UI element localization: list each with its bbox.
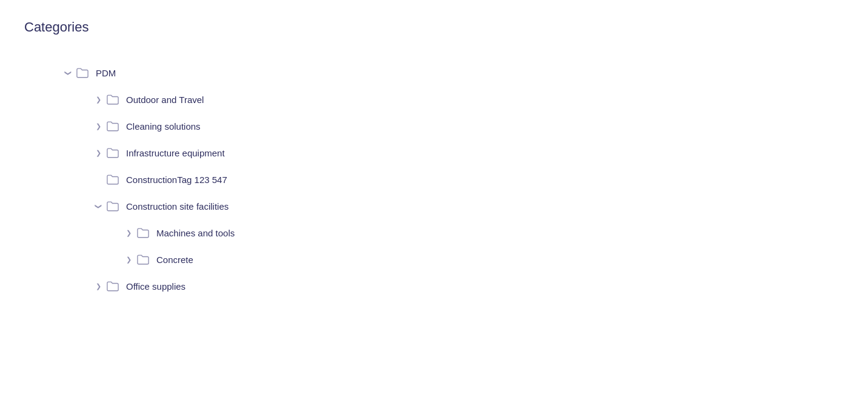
tree-row-constructiontag[interactable]: ConstructionTag 123 547 [24, 166, 844, 193]
tree-row-concrete[interactable]: Concrete [24, 246, 844, 273]
label-pdm: PDM [96, 68, 116, 78]
folder-icon-concrete [136, 252, 150, 267]
tree-row-construction[interactable]: Construction site facilities [24, 193, 844, 219]
tree-item-pdm: PDM Outdoor and Travel [24, 59, 844, 299]
folder-icon-cleaning [105, 119, 120, 133]
label-cleaning: Cleaning solutions [126, 121, 201, 132]
tree-row-cleaning[interactable]: Cleaning solutions [24, 113, 844, 139]
chevron-pdm [61, 65, 75, 80]
chevron-placeholder-constructiontag [91, 172, 105, 187]
folder-icon-infrastructure [105, 145, 120, 160]
chevron-cleaning [91, 119, 105, 133]
label-concrete: Concrete [156, 255, 193, 265]
tree-item-cleaning: Cleaning solutions [24, 113, 844, 139]
tree-row-infrastructure[interactable]: Infrastructure equipment [24, 139, 844, 166]
folder-icon-office [105, 279, 120, 293]
tree-item-construction: Construction site facilities [24, 193, 844, 273]
chevron-concrete [121, 252, 136, 267]
tree-item-machines: Machines and tools [24, 219, 844, 246]
tree-item-concrete: Concrete [24, 246, 844, 273]
page-title: Categories [24, 19, 844, 35]
page-container: Categories PDM [0, 0, 868, 319]
chevron-infrastructure [91, 145, 105, 160]
tree-item-infrastructure: Infrastructure equipment [24, 139, 844, 166]
tree-row-outdoor[interactable]: Outdoor and Travel [24, 86, 844, 113]
folder-icon-outdoor [105, 92, 120, 107]
folder-icon-constructiontag [105, 172, 120, 187]
chevron-outdoor [91, 92, 105, 107]
label-constructiontag: ConstructionTag 123 547 [126, 175, 227, 185]
tree-row-machines[interactable]: Machines and tools [24, 219, 844, 246]
folder-icon-pdm [75, 65, 90, 80]
folder-icon-construction [105, 199, 120, 213]
label-construction: Construction site facilities [126, 201, 229, 212]
tree-item-constructiontag: ConstructionTag 123 547 [24, 166, 844, 193]
tree-row-office[interactable]: Office supplies [24, 273, 844, 299]
tree-item-outdoor: Outdoor and Travel [24, 86, 844, 113]
chevron-construction [91, 199, 105, 213]
label-office: Office supplies [126, 281, 185, 292]
children-pdm: Outdoor and Travel Cleaning solutions [24, 86, 844, 299]
folder-icon-machines [136, 225, 150, 240]
label-machines: Machines and tools [156, 228, 235, 238]
label-outdoor: Outdoor and Travel [126, 95, 204, 105]
tree-item-office: Office supplies [24, 273, 844, 299]
chevron-machines [121, 225, 136, 240]
chevron-office [91, 279, 105, 293]
category-tree: PDM Outdoor and Travel [24, 59, 844, 299]
children-construction: Machines and tools [24, 219, 844, 273]
tree-row-pdm[interactable]: PDM [24, 59, 844, 86]
label-infrastructure: Infrastructure equipment [126, 148, 225, 158]
